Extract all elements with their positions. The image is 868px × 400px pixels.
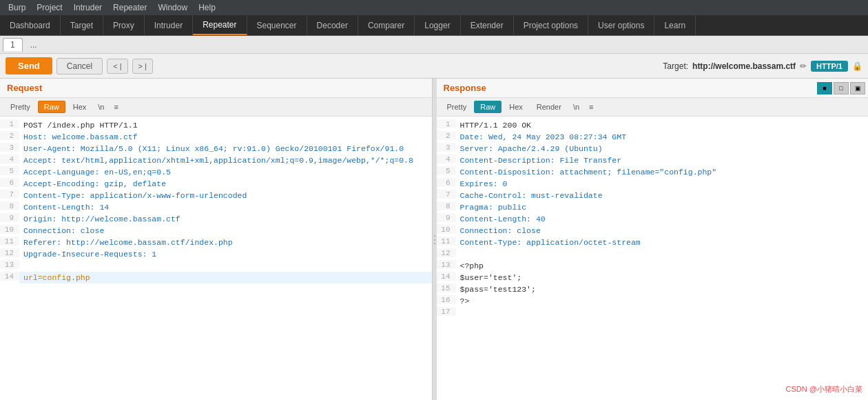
- menu-bar: Burp Project Intruder Repeater Window He…: [0, 0, 868, 15]
- table-row: 12: [437, 248, 869, 260]
- line-content: Accept-Language: en-US,en;q=0.5: [19, 166, 432, 178]
- request-format-tabs: Pretty Raw Hex \n ≡: [0, 98, 432, 117]
- request-panel-header: Request: [0, 79, 432, 98]
- req-fmt-newline[interactable]: \n: [94, 101, 108, 112]
- line-content: Referer: http://welcome.bassam.ctf/index…: [19, 237, 432, 248]
- table-row: 14$user='test';: [437, 272, 869, 283]
- resp-fmt-raw[interactable]: Raw: [474, 101, 502, 113]
- line-content: Expires: 0: [456, 178, 869, 190]
- response-panel: Response ■ □ ▣ Pretty Raw Hex Render \n …: [437, 79, 869, 400]
- table-row: 1POST /index.php HTTP/1.1: [0, 119, 432, 131]
- line-number: 6: [0, 178, 19, 187]
- line-content: Connection: close: [19, 225, 432, 237]
- tab-intruder[interactable]: Intruder: [145, 15, 193, 35]
- cancel-button[interactable]: Cancel: [56, 58, 103, 74]
- resp-fmt-menu[interactable]: ≡: [585, 101, 597, 112]
- line-content: <?php: [456, 260, 869, 272]
- line-content: Content-Description: File Transfer: [456, 154, 869, 166]
- line-number: 1: [0, 119, 19, 128]
- main-area: Request Pretty Raw Hex \n ≡ 1POST /index…: [0, 79, 868, 400]
- subtab-1[interactable]: 1: [3, 38, 23, 52]
- req-fmt-menu[interactable]: ≡: [110, 101, 123, 112]
- menu-help[interactable]: Help: [193, 1, 221, 14]
- target-label: Target:: [663, 61, 688, 71]
- line-content: Content-Length: 40: [456, 213, 869, 225]
- view-split-btn[interactable]: ■: [817, 82, 832, 94]
- line-number: 12: [0, 248, 19, 257]
- main-tab-bar: Dashboard Target Proxy Intruder Repeater…: [0, 15, 868, 36]
- tab-logger[interactable]: Logger: [415, 15, 460, 35]
- resp-fmt-hex[interactable]: Hex: [503, 101, 529, 113]
- table-row: 3User-Agent: Mozilla/5.0 (X11; Linux x86…: [0, 143, 432, 154]
- line-content: Server: Apache/2.4.29 (Ubuntu): [456, 143, 869, 154]
- resp-fmt-newline[interactable]: \n: [569, 101, 583, 112]
- line-content: Date: Wed, 24 May 2023 08:27:34 GMT: [456, 131, 869, 143]
- tab-decoder[interactable]: Decoder: [307, 15, 358, 35]
- tab-proxy[interactable]: Proxy: [103, 15, 145, 35]
- line-content: HTTP/1.1 200 OK: [456, 119, 869, 131]
- menu-burp[interactable]: Burp: [3, 1, 31, 14]
- request-code-area[interactable]: 1POST /index.php HTTP/1.12Host: welcome.…: [0, 117, 432, 400]
- table-row: 13: [0, 260, 432, 272]
- menu-window[interactable]: Window: [152, 1, 193, 14]
- menu-repeater[interactable]: Repeater: [107, 1, 152, 14]
- view-horiz-btn[interactable]: □: [834, 82, 849, 94]
- resp-fmt-pretty[interactable]: Pretty: [441, 101, 473, 113]
- nav-back-button[interactable]: < |: [107, 59, 127, 74]
- nav-fwd-button[interactable]: > |: [132, 59, 153, 74]
- line-content: Origin: http://welcome.bassam.ctf: [19, 213, 432, 225]
- line-number: 5: [0, 166, 19, 175]
- line-content: $pass='test123';: [456, 283, 869, 295]
- view-tab-btn[interactable]: ▣: [850, 82, 865, 94]
- line-number: 12: [437, 248, 456, 257]
- http-version-badge[interactable]: HTTP/1: [811, 61, 848, 72]
- tab-target[interactable]: Target: [61, 15, 103, 35]
- tab-extender[interactable]: Extender: [461, 15, 514, 35]
- table-row: 2Host: welcome.bassam.ctf: [0, 131, 432, 143]
- req-fmt-hex[interactable]: Hex: [67, 101, 93, 113]
- req-fmt-pretty[interactable]: Pretty: [4, 101, 37, 113]
- edit-icon[interactable]: ✏: [800, 61, 807, 71]
- line-content: Accept: text/html,application/xhtml+xml,…: [19, 154, 432, 166]
- tab-comparer[interactable]: Comparer: [358, 15, 415, 35]
- table-row: 10Connection: close: [0, 225, 432, 237]
- line-number: 14: [0, 272, 19, 281]
- line-content: Connection: close: [456, 225, 869, 237]
- target-url: http://welcome.bassam.ctf: [692, 61, 796, 71]
- menu-intruder[interactable]: Intruder: [68, 1, 107, 14]
- line-number: 1: [437, 119, 456, 128]
- line-number: 9: [437, 213, 456, 222]
- send-button[interactable]: Send: [6, 57, 52, 74]
- line-content: User-Agent: Mozilla/5.0 (X11; Linux x86_…: [19, 143, 432, 154]
- line-number: 2: [0, 131, 19, 140]
- table-row: 16?>: [437, 295, 869, 307]
- line-number: 9: [0, 213, 19, 222]
- view-toggle: ■ □ ▣: [817, 82, 868, 94]
- tab-sequencer[interactable]: Sequencer: [247, 15, 307, 35]
- resp-fmt-render[interactable]: Render: [530, 101, 568, 113]
- request-panel: Request Pretty Raw Hex \n ≡ 1POST /index…: [0, 79, 433, 400]
- line-content: Accept-Encoding: gzip, deflate: [19, 178, 432, 190]
- tab-project-options[interactable]: Project options: [514, 15, 588, 35]
- table-row: 5Content-Disposition: attachment; filena…: [437, 166, 869, 178]
- menu-project[interactable]: Project: [31, 1, 68, 14]
- response-code-area[interactable]: 1HTTP/1.1 200 OK2Date: Wed, 24 May 2023 …: [437, 117, 869, 400]
- tab-user-options[interactable]: User options: [588, 15, 654, 35]
- line-number: 15: [437, 283, 456, 292]
- line-content: Content-Length: 14: [19, 201, 432, 213]
- table-row: 9Origin: http://welcome.bassam.ctf: [0, 213, 432, 225]
- table-row: 7Content-Type: application/x-www-form-ur…: [0, 190, 432, 201]
- subtab-more[interactable]: ...: [23, 38, 45, 52]
- tab-repeater[interactable]: Repeater: [193, 15, 247, 35]
- lock-icon: 🔒: [852, 61, 862, 71]
- req-fmt-raw[interactable]: Raw: [38, 101, 65, 113]
- table-row: 3Server: Apache/2.4.29 (Ubuntu): [437, 143, 869, 154]
- line-number: 11: [0, 237, 19, 246]
- tab-learn[interactable]: Learn: [654, 15, 696, 35]
- tab-dashboard[interactable]: Dashboard: [0, 15, 61, 35]
- table-row: 9Content-Length: 40: [437, 213, 869, 225]
- response-format-tabs: Pretty Raw Hex Render \n ≡: [437, 98, 869, 117]
- line-number: 10: [0, 225, 19, 234]
- table-row: 17: [437, 307, 869, 319]
- watermark: CSDN @小猪晴小白菜: [786, 384, 862, 394]
